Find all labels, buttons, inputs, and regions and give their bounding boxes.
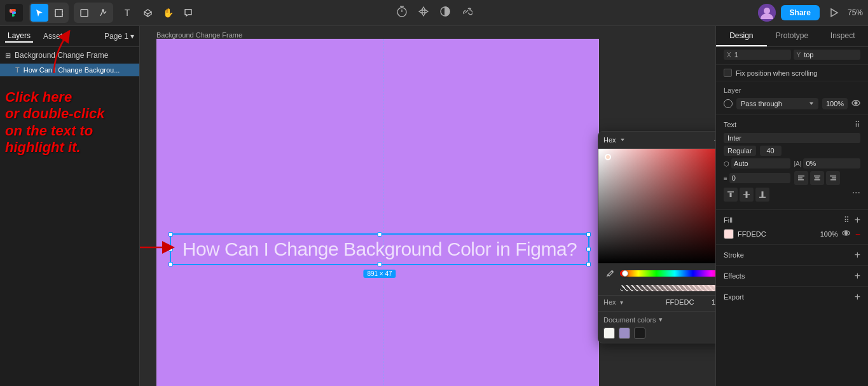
fill-opacity-value[interactable]: 100% (816, 230, 838, 238)
doc-colors-label[interactable]: Document colors ▾ (603, 315, 715, 324)
frame-tool[interactable] (50, 4, 67, 22)
svg-rect-38 (762, 191, 764, 197)
color-picker-panel: Hex – × (598, 131, 715, 343)
svg-point-18 (764, 8, 770, 14)
auto-value[interactable]: Auto (731, 158, 790, 169)
handle-bottom-center[interactable] (378, 262, 382, 266)
hex-opacity[interactable]: 100% (712, 298, 715, 306)
timer-icon[interactable] (396, 6, 408, 20)
contrast-icon[interactable] (439, 6, 451, 20)
export-header: Export + (724, 292, 860, 302)
move-tool-group (29, 3, 69, 23)
valign-mid-btn[interactable] (740, 188, 754, 202)
eyedropper-button[interactable] (603, 267, 616, 280)
play-button[interactable] (825, 4, 843, 22)
font-name[interactable]: Inter (724, 133, 860, 143)
arrow-up-right (35, 29, 73, 79)
hue-thumb[interactable] (622, 270, 628, 277)
svg-rect-31 (832, 177, 836, 179)
color-gradient[interactable] (598, 149, 715, 263)
handle-bottom-left[interactable] (169, 262, 173, 266)
canvas-area[interactable]: Background Change Frame How Can I Change… (140, 26, 715, 386)
effects-section: Effects + (716, 266, 868, 287)
color-panel-minimize[interactable]: – (714, 135, 715, 144)
handle-top-left[interactable] (169, 232, 173, 237)
color-type-selector[interactable]: Hex (603, 136, 625, 144)
opacity-slider[interactable] (620, 285, 715, 291)
leading-value[interactable]: 0 (729, 173, 790, 183)
opacity-row (598, 284, 715, 295)
page-selector[interactable]: Page 1 ▾ (104, 32, 134, 41)
avatar[interactable] (758, 4, 776, 22)
move-tool[interactable] (31, 4, 48, 22)
fix-position-checkbox[interactable] (724, 69, 732, 77)
pen-tool[interactable] (94, 4, 112, 22)
add-effect-button[interactable]: + (855, 271, 860, 281)
frame-background[interactable] (156, 39, 599, 386)
handle-top-right[interactable] (586, 232, 591, 237)
swatch-purple[interactable] (619, 327, 630, 339)
figma-logo[interactable] (5, 4, 23, 22)
fill-grid-icon[interactable]: ⠿ (844, 216, 850, 224)
fill-color-swatch[interactable] (724, 229, 734, 239)
hue-slider[interactable] (620, 270, 715, 277)
toolbar-right: Share 75% (758, 4, 863, 22)
text-more-btn[interactable]: ··· (852, 188, 860, 202)
svg-rect-32 (830, 179, 836, 181)
blend-mode-selector[interactable]: Pass through (736, 98, 818, 109)
svg-rect-30 (830, 176, 836, 177)
visibility-toggle[interactable] (851, 99, 860, 109)
plugin-icon[interactable] (418, 6, 429, 20)
handle-top-center[interactable] (378, 232, 382, 237)
toolbar-center (396, 6, 472, 20)
font-row: Inter (724, 133, 860, 143)
opacity-input[interactable]: 100% (822, 98, 848, 109)
align-left-btn[interactable] (794, 171, 808, 185)
tab-design[interactable]: Design (716, 26, 767, 46)
svg-rect-29 (814, 179, 820, 181)
comment-tool[interactable] (179, 4, 197, 22)
auto-tracking-row: ⬡ Auto |A| 0% (724, 158, 860, 169)
add-export-button[interactable]: + (855, 292, 860, 302)
tracking-value[interactable]: 0% (803, 158, 860, 169)
svg-rect-28 (815, 177, 819, 179)
svg-point-21 (612, 271, 613, 272)
hex-value[interactable]: FFDEDC (666, 298, 708, 306)
zoom-label[interactable]: 75% (848, 8, 863, 17)
text-grid-icon[interactable]: ⠿ (855, 120, 860, 129)
annotation-text: Click here or double-click on the text t… (0, 89, 139, 156)
leading-row: ≡ 0 (724, 171, 860, 185)
share-button[interactable]: Share (781, 5, 820, 20)
swatch-dark[interactable] (634, 327, 645, 339)
add-stroke-button[interactable]: + (855, 250, 860, 260)
font-weight[interactable]: Regular (724, 146, 756, 156)
font-size[interactable]: 40 (760, 146, 782, 156)
tab-prototype[interactable]: Prototype (767, 26, 818, 46)
component-tool[interactable] (139, 4, 156, 22)
hand-tool[interactable]: ✋ (159, 4, 177, 22)
vertical-align-row: ··· (724, 188, 860, 202)
add-fill-button[interactable]: + (855, 215, 860, 225)
fix-position-label: Fix position when scrolling (736, 69, 817, 77)
link-icon[interactable] (461, 6, 472, 20)
fill-remove-button[interactable]: − (855, 230, 860, 238)
svg-rect-34 (730, 193, 732, 197)
gradient-cursor[interactable] (605, 154, 611, 160)
fill-visibility-icon[interactable] (842, 229, 850, 239)
tab-inspect[interactable]: Inspect (817, 26, 868, 46)
swatch-light[interactable] (603, 327, 615, 339)
align-center-btn[interactable] (810, 171, 824, 185)
valign-bottom-btn[interactable] (755, 188, 769, 202)
valign-top-btn[interactable] (724, 188, 738, 202)
text-tool[interactable]: T (118, 4, 136, 22)
fill-hex-value[interactable]: FFDEDC (738, 230, 813, 238)
auto-field: ⬡ Auto (724, 158, 790, 169)
text-selection-box[interactable]: How Can I Change Background Color in Fig… (170, 233, 589, 265)
align-right-btn[interactable] (826, 171, 840, 185)
handle-mid-right[interactable] (586, 247, 591, 252)
shape-tool[interactable] (75, 4, 93, 22)
tracking-icon: |A| (794, 160, 802, 167)
handle-bottom-right[interactable] (586, 262, 591, 266)
handle-mid-left[interactable] (169, 247, 173, 252)
tab-layers[interactable]: Layers (5, 30, 33, 43)
